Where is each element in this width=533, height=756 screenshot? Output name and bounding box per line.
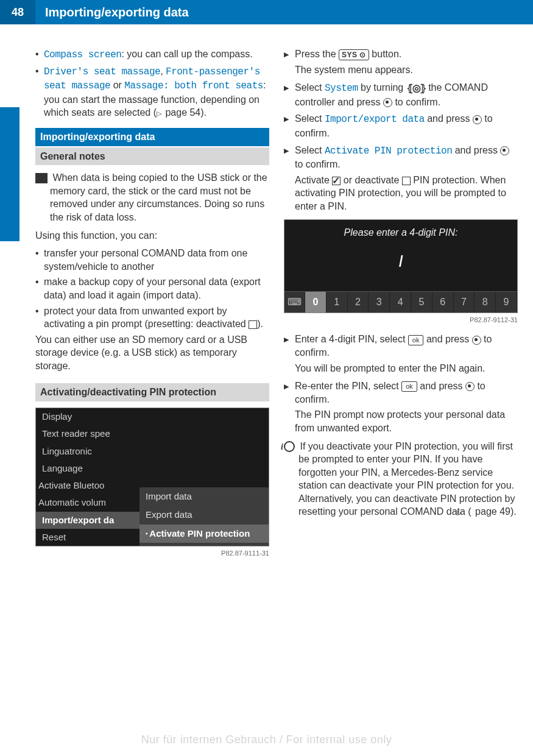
screenshot-pin-entry: Please enter a 4-digit PIN: I ⌨ 0 1 2 3 … bbox=[284, 219, 518, 313]
right-column: Press the SYS ⊙ button. The system menu … bbox=[284, 48, 518, 567]
screenshot-menu: Display Text reader spee Linguatronic La… bbox=[35, 408, 269, 546]
bullet-backup: make a backup copy of your personal data… bbox=[35, 275, 269, 302]
ss1-right-list: Import data Export data Activate PIN pro… bbox=[139, 487, 269, 546]
press-controller-icon bbox=[465, 382, 475, 391]
step-enter-pin-result: You will be prompted to enter the PIN ag… bbox=[284, 362, 518, 375]
menu-both-massage: Massage: both front seats bbox=[124, 80, 263, 91]
triangle-icon: ▷ bbox=[157, 109, 161, 118]
step-select-import: Select Import/export data and press to c… bbox=[284, 112, 518, 140]
sys-button-icon: SYS ⊙ bbox=[339, 49, 369, 60]
step-reenter-pin-result: The PIN prompt now protects your persona… bbox=[284, 408, 518, 434]
empty-checkbox-icon bbox=[249, 320, 257, 329]
section-import-export: Importing/exporting data bbox=[35, 128, 269, 146]
ss2-caption: P82.87-9112-31 bbox=[284, 316, 518, 325]
menu-import-export: Import/export data bbox=[325, 114, 425, 125]
page-header: 48 Importing/exporting data bbox=[0, 0, 533, 24]
pin-prompt: Please enter a 4-digit PIN: bbox=[284, 220, 517, 246]
press-controller-icon bbox=[472, 336, 481, 345]
intro-text: Using this function, you can: bbox=[35, 229, 269, 242]
press-controller-icon bbox=[473, 115, 482, 124]
subsection-pin: Activating/deactivating PIN protection bbox=[35, 383, 269, 401]
bullet-compass: Compass screen: you can call up the comp… bbox=[35, 48, 269, 62]
pin-cursor: I bbox=[284, 245, 517, 291]
bullet-protect: protect your data from unwanted export b… bbox=[35, 305, 269, 331]
step-press-sys: Press the SYS ⊙ button. bbox=[284, 48, 518, 61]
step-reenter-pin: Re-enter the PIN, select ok and press to… bbox=[284, 380, 518, 406]
step-activate-result: Activate or deactivate PIN protection. W… bbox=[284, 174, 518, 213]
ss1-caption: P82.87-9111-31 bbox=[35, 549, 269, 558]
side-tab-label: System settings bbox=[0, 148, 10, 241]
press-controller-icon bbox=[383, 98, 392, 107]
subsection-general-notes: General notes bbox=[35, 147, 269, 166]
left-column: Compass screen: you can call up the comp… bbox=[35, 48, 269, 567]
menu-driver-massage: Driver's seat massage bbox=[44, 66, 160, 77]
warning-icon: ! bbox=[35, 173, 48, 183]
step-select-activate: Select Activate PIN protection and press… bbox=[284, 144, 518, 171]
info-note: i If you deactivate your PIN protection,… bbox=[284, 440, 518, 519]
bullet-massage: Driver's seat massage, Front-passenger's… bbox=[35, 65, 269, 119]
info-icon: i bbox=[284, 441, 295, 452]
footer-watermark: Nur für internen Gebrauch / For internal… bbox=[0, 733, 533, 746]
menu-system: System bbox=[325, 83, 358, 94]
back-icon: ⌨ bbox=[284, 292, 305, 313]
step-press-sys-result: The system menu appears. bbox=[284, 63, 518, 77]
step-enter-pin: Enter a 4-digit PIN, select ok and press… bbox=[284, 333, 518, 359]
ok-button-icon: ok bbox=[401, 381, 417, 392]
page-number: 48 bbox=[0, 0, 35, 24]
press-controller-icon bbox=[500, 146, 509, 155]
content-area: Compass screen: you can call up the comp… bbox=[0, 24, 533, 567]
menu-activate-pin: Activate PIN protection bbox=[325, 146, 452, 157]
empty-checkbox-icon bbox=[402, 177, 411, 185]
step-select-system: Select System by turning ⦃◎⦄ the COMAND … bbox=[284, 81, 518, 108]
turn-controller-icon: ⦃◎⦄ bbox=[406, 82, 426, 95]
pin-digit-row: ⌨ 0 1 2 3 4 5 6 7 8 9 bbox=[284, 291, 517, 313]
storage-text: You can either use an SD memory card or … bbox=[35, 333, 269, 373]
header-title: Importing/exporting data bbox=[35, 5, 189, 19]
bullet-transfer: transfer your personal COMAND data from … bbox=[35, 247, 269, 273]
ok-button-icon: ok bbox=[408, 335, 424, 345]
menu-compass: Compass screen bbox=[44, 49, 121, 60]
ss1-left-list: Display Text reader spee Linguatronic La… bbox=[36, 408, 139, 546]
checked-box-icon bbox=[332, 177, 341, 185]
warning-note: ! When data is being copied to the USB s… bbox=[35, 171, 269, 224]
